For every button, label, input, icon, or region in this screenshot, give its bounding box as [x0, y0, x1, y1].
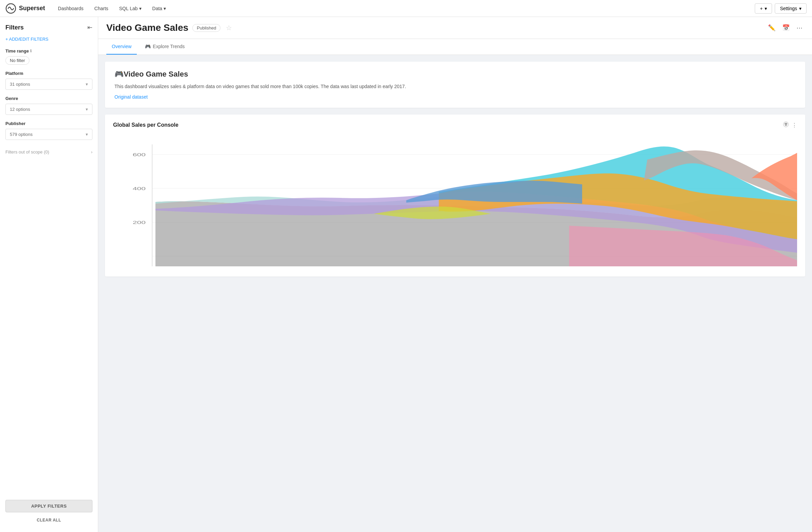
- publisher-select[interactable]: 579 options: [5, 129, 92, 140]
- nav-actions: + Settings: [755, 3, 807, 14]
- sqllab-dropdown-icon: [139, 6, 142, 11]
- filter-label-publisher: Publisher: [5, 121, 92, 126]
- sidebar-header: Filters ⇤: [5, 24, 92, 31]
- add-button[interactable]: +: [755, 3, 772, 14]
- chart-header: Global Sales per Console ⋮: [113, 121, 797, 129]
- nav-charts[interactable]: Charts: [90, 3, 113, 14]
- sidebar-footer: APPLY FILTERS CLEAR ALL: [5, 493, 92, 525]
- filter-icon: [783, 121, 789, 127]
- filter-group-platform: Platform 31 options: [5, 71, 92, 90]
- edit-button[interactable]: ✏️: [767, 23, 777, 33]
- content-area: Video Game Sales Published ☆ ✏️ 📅 ⋯ Over…: [98, 17, 812, 532]
- filter-group-publisher: Publisher 579 options: [5, 121, 92, 140]
- tab-overview[interactable]: Overview: [106, 39, 137, 55]
- sidebar: Filters ⇤ + ADD/EDIT FILTERS Time range …: [0, 17, 98, 532]
- nav-data[interactable]: Data: [148, 3, 171, 14]
- chart-card-global-sales: Global Sales per Console ⋮: [105, 114, 805, 277]
- nav-dashboards[interactable]: Dashboards: [53, 3, 88, 14]
- schedule-button[interactable]: 📅: [781, 23, 791, 33]
- info-card-title: 🎮Video Game Sales: [114, 70, 796, 79]
- add-edit-filters-button[interactable]: + ADD/EDIT FILTERS: [5, 37, 92, 42]
- svg-text:600: 600: [133, 153, 146, 157]
- platform-select-arrow-icon: [86, 82, 88, 87]
- out-of-scope-arrow-icon: [91, 150, 92, 155]
- filter-group-genre: Genre 12 options: [5, 96, 92, 115]
- platform-select-text: 31 options: [10, 82, 86, 87]
- chart-more-button[interactable]: ⋮: [792, 122, 797, 128]
- favorite-star-icon[interactable]: ☆: [226, 24, 232, 32]
- time-range-info-icon[interactable]: ℹ: [30, 49, 31, 53]
- genre-select[interactable]: 12 options: [5, 104, 92, 115]
- time-range-no-filter-badge[interactable]: No filter: [5, 56, 29, 65]
- chart-actions: ⋮: [783, 121, 797, 129]
- sidebar-collapse-button[interactable]: ⇤: [87, 24, 92, 31]
- publisher-select-text: 579 options: [10, 132, 86, 137]
- svg-text:400: 400: [133, 186, 146, 191]
- clear-all-button[interactable]: CLEAR ALL: [5, 515, 92, 525]
- genre-select-arrow-icon: [86, 107, 88, 112]
- tab-explore-trends[interactable]: 🎮 Explore Trends: [140, 39, 190, 55]
- sidebar-title: Filters: [5, 24, 24, 31]
- settings-dropdown-icon: [799, 6, 801, 11]
- navbar: Superset Dashboards Charts SQL Lab Data …: [0, 0, 812, 17]
- nav-links: Dashboards Charts SQL Lab Data: [53, 3, 755, 14]
- more-options-button[interactable]: ⋯: [795, 23, 804, 33]
- dashboard-header: Video Game Sales Published ☆ ✏️ 📅 ⋯: [98, 17, 812, 39]
- chart-filter-button[interactable]: [783, 121, 789, 129]
- publisher-select-arrow-icon: [86, 132, 88, 137]
- info-card: 🎮Video Game Sales This dashboard visuali…: [105, 62, 805, 108]
- filter-label-time-range: Time range ℹ: [5, 48, 92, 54]
- nav-sqllab[interactable]: SQL Lab: [114, 3, 146, 14]
- header-actions: ✏️ 📅 ⋯: [767, 23, 804, 33]
- brand[interactable]: Superset: [5, 3, 45, 14]
- data-dropdown-icon: [163, 6, 166, 11]
- filter-label-genre: Genre: [5, 96, 92, 101]
- genre-select-text: 12 options: [10, 107, 86, 112]
- original-dataset-link[interactable]: Original dataset: [114, 94, 796, 100]
- apply-filters-button[interactable]: APPLY FILTERS: [5, 500, 92, 512]
- platform-select[interactable]: 31 options: [5, 79, 92, 90]
- global-sales-chart: 600 400 200: [113, 134, 797, 270]
- main-layout: Filters ⇤ + ADD/EDIT FILTERS Time range …: [0, 17, 812, 532]
- filter-group-time-range: Time range ℹ No filter: [5, 48, 92, 65]
- chart-container: 600 400 200: [113, 134, 797, 270]
- settings-button[interactable]: Settings: [775, 3, 807, 14]
- published-badge: Published: [192, 24, 220, 32]
- brand-name: Superset: [19, 5, 45, 12]
- filters-out-of-scope[interactable]: Filters out of scope (0): [5, 146, 92, 158]
- svg-text:200: 200: [133, 220, 146, 225]
- info-card-description: This dashboard visualizes sales & platfo…: [114, 83, 796, 90]
- filter-label-platform: Platform: [5, 71, 92, 76]
- dashboard-content: 🎮Video Game Sales This dashboard visuali…: [98, 55, 812, 283]
- chart-title: Global Sales per Console: [113, 122, 178, 128]
- superset-logo-icon: [5, 3, 16, 14]
- dashboard-title: Video Game Sales: [106, 22, 188, 33]
- dashboard-tabs: Overview 🎮 Explore Trends: [98, 39, 812, 55]
- add-dropdown-icon: [765, 6, 767, 11]
- dashboard-title-row: Video Game Sales Published ☆: [106, 22, 232, 33]
